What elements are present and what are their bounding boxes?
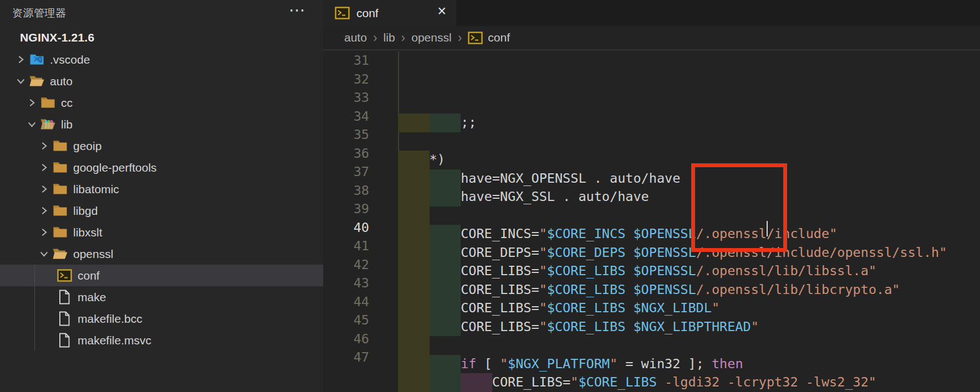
code-token: CORE_LIBS= (461, 263, 539, 278)
chevron-right-icon[interactable] (37, 163, 51, 172)
line-number[interactable]: 45 (323, 311, 369, 330)
indent-highlight-olive (398, 225, 430, 244)
line-number[interactable]: 36 (323, 145, 369, 163)
code-token: " (539, 319, 547, 334)
code-token: $CORE_LIBS (547, 282, 625, 297)
tree-item-libatomic[interactable]: libatomic (0, 178, 323, 200)
line-number[interactable]: 47 (323, 348, 369, 367)
breadcrumb-separator: › (458, 30, 462, 45)
tree-item-makefilebcc[interactable]: makefile.bcc (0, 308, 323, 329)
line-number-gutter: 3132333435363738394041424344454647 (323, 51, 379, 367)
indent-highlight-olive (398, 262, 430, 281)
tree-item-conf[interactable]: conf (0, 265, 323, 286)
tree-item-vscode[interactable]: .vscode (0, 49, 323, 70)
code-token: $CORE_LIBS (547, 319, 625, 334)
tree-item-libxslt[interactable]: libxslt (0, 221, 323, 243)
indent-highlight-green (430, 373, 461, 392)
code-line-37[interactable]: CORE_INCS="$CORE_INCS $OPENSSL/.openssl/… (398, 225, 977, 244)
line-number[interactable]: 41 (323, 237, 369, 256)
chevron-right-icon[interactable] (24, 98, 39, 107)
folder-icon (51, 204, 69, 217)
vscode-folder-icon (28, 53, 45, 66)
code-line-31[interactable]: ;; (398, 114, 977, 132)
code-line-33[interactable]: *) (398, 151, 977, 169)
line-number[interactable]: 38 (323, 182, 369, 200)
line-number[interactable]: 32 (323, 70, 369, 89)
close-icon[interactable]: × (437, 3, 446, 20)
folder-icon (39, 96, 57, 109)
chevron-down-icon[interactable] (37, 249, 51, 259)
breadcrumb-item-conf[interactable]: conf (468, 31, 510, 45)
tree-item-label: libatomic (73, 183, 119, 196)
more-actions-icon[interactable]: ⋯ (289, 0, 305, 21)
code-token (625, 226, 633, 241)
indent-highlight-olive (398, 207, 430, 225)
chevron-down-icon[interactable] (24, 120, 39, 129)
code-token: " (751, 319, 759, 334)
tree-item-lib[interactable]: lib (0, 114, 323, 135)
lib-folder-icon (39, 118, 57, 131)
code-token: then (712, 356, 743, 372)
code-line-38[interactable]: CORE_DEPS="$CORE_DEPS $OPENSSL/.openssl/… (398, 244, 977, 262)
breadcrumb-separator: › (401, 30, 406, 45)
line-number[interactable]: 31 (323, 51, 369, 70)
code-token: /.openssl/lib/libcrypto.a" (696, 282, 900, 297)
code-token: . (594, 171, 602, 186)
tree-item-auto[interactable]: auto (0, 70, 323, 92)
chevron-right-icon[interactable] (37, 141, 51, 151)
code-token: " (539, 263, 547, 278)
code-line-34[interactable]: have=NGX_OPENSSL . auto/have (398, 169, 977, 188)
code-line-32[interactable] (398, 132, 977, 151)
code-line-41[interactable]: CORE_LIBS="$CORE_LIBS $NGX_LIBDL" (398, 299, 977, 318)
folder-icon (51, 140, 69, 152)
code-line-39[interactable]: CORE_LIBS="$CORE_LIBS $OPENSSL/.openssl/… (398, 262, 977, 281)
tree-item-cc[interactable]: cc (0, 92, 323, 114)
chevron-right-icon[interactable] (37, 206, 51, 215)
line-number[interactable]: 34 (323, 107, 369, 126)
tree-item-make[interactable]: make (0, 286, 323, 308)
code-token: CORE_LIBS= (461, 300, 539, 316)
line-number[interactable]: 39 (323, 200, 369, 219)
indent-highlight-green (430, 281, 461, 300)
code-line-44[interactable]: if [ "$NGX_PLATFORM" = win32 ]; then (398, 355, 977, 374)
line-number[interactable]: 43 (323, 274, 369, 293)
line-number[interactable]: 42 (323, 256, 369, 275)
tree-item-google-perftools[interactable]: google-perftools (0, 157, 323, 178)
breadcrumb-item-lib[interactable]: lib (384, 31, 395, 44)
shell-icon (468, 31, 483, 45)
line-number[interactable]: 44 (323, 293, 369, 312)
indent-highlight-olive (398, 114, 430, 132)
tree-item-openssl[interactable]: openssl (0, 243, 323, 265)
tree-item-geoip[interactable]: geoip (0, 135, 323, 157)
chevron-right-icon[interactable] (37, 228, 51, 237)
code-editor-content[interactable]: ;;*)have=NGX_OPENSSL . auto/havehave=NGX… (398, 51, 977, 367)
tree-item-libgd[interactable]: libgd (0, 200, 323, 221)
tab-conf[interactable]: conf × (323, 0, 456, 26)
tree-item-label: google-perftools (73, 161, 157, 174)
code-token: " (539, 282, 547, 297)
breadcrumb-item-openssl[interactable]: openssl (411, 31, 451, 44)
code-line-35[interactable]: have=NGX_SSL . auto/have (398, 188, 977, 207)
tree-item-label: geoip (73, 140, 101, 153)
code-token: " (570, 374, 578, 390)
code-line-36[interactable] (398, 207, 977, 225)
line-number[interactable]: 46 (323, 330, 369, 349)
chevron-right-icon[interactable] (13, 55, 28, 64)
breadcrumb-item-auto[interactable]: auto (344, 31, 367, 44)
line-number[interactable]: 37 (323, 163, 369, 182)
chevron-down-icon[interactable] (13, 76, 28, 86)
code-line-43[interactable] (398, 336, 977, 355)
line-number[interactable]: 35 (323, 126, 369, 145)
code-token: " (712, 300, 719, 316)
code-line-45[interactable]: CORE_LIBS="$CORE_LIBS -lgdi32 -lcrypt32 … (398, 373, 977, 392)
tree-root-nginx[interactable]: NGINX-1.21.6 (0, 28, 323, 48)
code-token: $NGX_LIBDL (633, 300, 711, 316)
line-number[interactable]: 40 (323, 219, 369, 238)
indent-highlight-olive (398, 336, 430, 355)
line-number[interactable]: 33 (323, 89, 369, 107)
code-token: [ (476, 356, 499, 372)
tree-item-makefilemsvc[interactable]: makefile.msvc (0, 329, 323, 351)
chevron-right-icon[interactable] (37, 184, 51, 194)
code-line-42[interactable]: CORE_LIBS="$CORE_LIBS $NGX_LIBPTHREAD" (398, 318, 977, 337)
code-line-40[interactable]: CORE_LIBS="$CORE_LIBS $OPENSSL/.openssl/… (398, 281, 977, 300)
